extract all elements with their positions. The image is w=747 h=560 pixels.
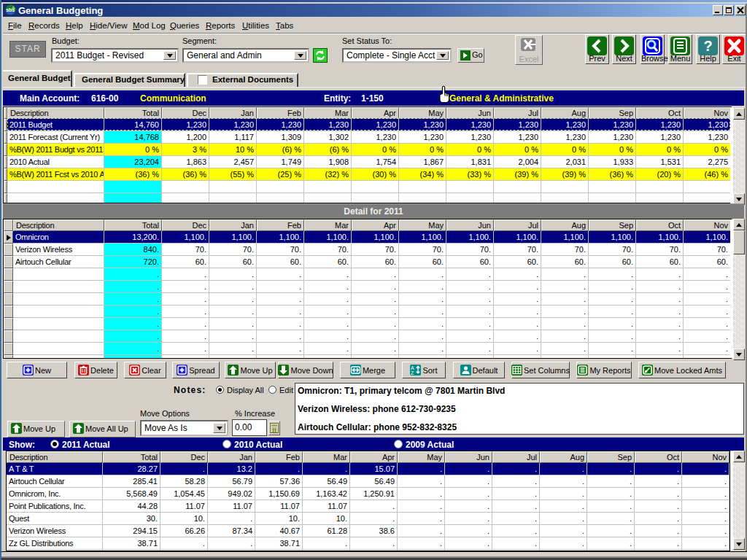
svg-text:Z: Z [411, 370, 414, 376]
svg-text:A: A [411, 365, 414, 370]
svg-text:sbs: sbs [6, 7, 15, 12]
